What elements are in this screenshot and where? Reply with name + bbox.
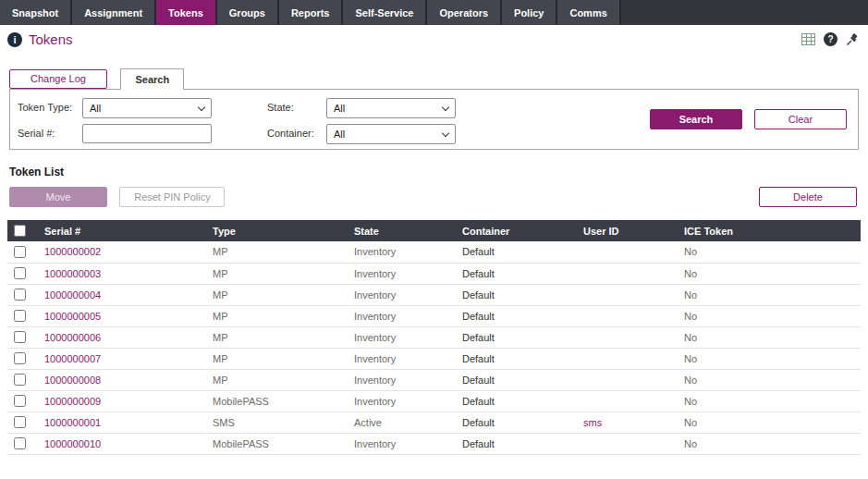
row-checkbox[interactable] bbox=[14, 395, 26, 407]
container-select[interactable]: All bbox=[326, 124, 456, 144]
serial-link[interactable]: 1000000005 bbox=[44, 311, 101, 322]
state-label: State: bbox=[267, 102, 294, 113]
row-checkbox[interactable] bbox=[14, 310, 26, 322]
cell-type: MP bbox=[210, 305, 351, 326]
table-row: 1000000001 SMS Active Default sms No bbox=[7, 411, 861, 433]
token-type-label: Token Type: bbox=[18, 102, 72, 113]
col-serial: Serial # bbox=[42, 220, 210, 241]
token-list-title: Token List bbox=[9, 166, 859, 178]
serial-label: Serial #: bbox=[18, 128, 55, 139]
nav-tab-comms[interactable]: Comms bbox=[557, 0, 620, 25]
serial-link[interactable]: 1000000008 bbox=[44, 375, 101, 386]
container-label: Container: bbox=[267, 128, 314, 139]
token-type-select[interactable]: All bbox=[82, 98, 212, 118]
nav-tab-snapshot[interactable]: Snapshot bbox=[0, 0, 72, 25]
cell-state: Inventory bbox=[351, 390, 459, 411]
cell-ice: No bbox=[681, 369, 861, 390]
table-row: 1000000005 MP Inventory Default No bbox=[7, 305, 861, 326]
nav-tab-assignment[interactable]: Assignment bbox=[72, 0, 156, 25]
nav-tab-tokens[interactable]: Tokens bbox=[156, 0, 217, 25]
tab-search[interactable]: Search bbox=[120, 68, 184, 90]
nav-tab-policy[interactable]: Policy bbox=[502, 0, 557, 25]
search-button[interactable]: Search bbox=[650, 109, 742, 129]
state-select[interactable]: All bbox=[326, 98, 456, 118]
cell-container: Default bbox=[459, 348, 581, 369]
table-row: 1000000003 MP Inventory Default No bbox=[7, 263, 861, 284]
row-checkbox[interactable] bbox=[14, 352, 26, 364]
nav-tab-operators[interactable]: Operators bbox=[427, 0, 502, 25]
cell-container: Default bbox=[459, 369, 581, 390]
cell-type: MobilePASS bbox=[210, 433, 351, 454]
nav-tab-self-service[interactable]: Self-Service bbox=[343, 0, 427, 25]
col-state: State bbox=[351, 220, 459, 241]
cell-ice: No bbox=[681, 348, 861, 369]
delete-button[interactable]: Delete bbox=[759, 187, 857, 207]
table-row: 1000000007 MP Inventory Default No bbox=[7, 348, 861, 369]
serial-link[interactable]: 1000000007 bbox=[44, 353, 101, 364]
cell-container: Default bbox=[459, 433, 581, 454]
cell-state: Inventory bbox=[351, 241, 459, 263]
row-checkbox[interactable] bbox=[14, 331, 26, 343]
cell-state: Inventory bbox=[351, 305, 459, 326]
chevron-down-icon bbox=[442, 129, 449, 136]
cell-type: MP bbox=[210, 348, 351, 369]
table-header-row: Serial # Type State Container User ID IC… bbox=[7, 220, 861, 241]
container-value: All bbox=[334, 129, 345, 140]
clear-button[interactable]: Clear bbox=[754, 109, 847, 129]
grid-view-icon[interactable] bbox=[801, 33, 815, 45]
serial-link[interactable]: 1000000001 bbox=[44, 417, 101, 428]
row-checkbox[interactable] bbox=[14, 289, 26, 301]
row-checkbox[interactable] bbox=[14, 374, 26, 386]
chevron-down-icon bbox=[198, 103, 205, 110]
cell-type: SMS bbox=[210, 411, 351, 433]
cell-ice: No bbox=[681, 284, 861, 305]
page-header: i Tokens ? bbox=[0, 25, 868, 53]
cell-ice: No bbox=[681, 241, 861, 263]
cell-type: MP bbox=[210, 241, 351, 263]
cell-ice: No bbox=[681, 433, 861, 454]
pin-icon[interactable] bbox=[846, 33, 859, 46]
move-button[interactable]: Move bbox=[9, 187, 107, 207]
cell-container: Default bbox=[459, 390, 581, 411]
row-checkbox[interactable] bbox=[14, 246, 26, 258]
serial-link[interactable]: 1000000002 bbox=[44, 246, 101, 257]
row-checkbox[interactable] bbox=[14, 267, 26, 279]
cell-type: MP bbox=[210, 369, 351, 390]
cell-type: MP bbox=[210, 284, 351, 305]
change-log-button[interactable]: Change Log bbox=[9, 69, 107, 89]
cell-container: Default bbox=[459, 241, 581, 263]
col-user-id: User ID bbox=[581, 220, 681, 241]
row-checkbox[interactable] bbox=[14, 416, 26, 428]
cell-ice: No bbox=[681, 263, 861, 284]
reset-pin-policy-button[interactable]: Reset PIN Policy bbox=[119, 187, 225, 207]
cell-container: Default bbox=[459, 263, 581, 284]
token-type-value: All bbox=[90, 103, 101, 114]
cell-state: Inventory bbox=[351, 369, 459, 390]
serial-link[interactable]: 1000000004 bbox=[44, 289, 101, 301]
cell-container: Default bbox=[459, 326, 581, 348]
serial-link[interactable]: 1000000009 bbox=[44, 396, 101, 407]
chevron-down-icon bbox=[442, 103, 449, 110]
table-row: 1000000010 MobilePASS Inventory Default … bbox=[7, 433, 861, 454]
info-icon: i bbox=[7, 32, 22, 47]
serial-link[interactable]: 1000000003 bbox=[44, 268, 101, 279]
user-id-link[interactable]: sms bbox=[583, 417, 602, 428]
serial-link[interactable]: 1000000006 bbox=[44, 332, 101, 343]
serial-input[interactable] bbox=[82, 124, 212, 143]
nav-tab-reports[interactable]: Reports bbox=[279, 0, 344, 25]
cell-type: MP bbox=[210, 263, 351, 284]
top-nav: Snapshot Assignment Tokens Groups Report… bbox=[0, 0, 868, 25]
cell-type: MobilePASS bbox=[210, 390, 351, 411]
cell-state: Inventory bbox=[351, 326, 459, 348]
select-all-checkbox[interactable] bbox=[14, 225, 26, 237]
help-icon[interactable]: ? bbox=[824, 32, 837, 46]
serial-link[interactable]: 1000000010 bbox=[44, 438, 101, 449]
token-list-actions: Move Reset PIN Policy Delete bbox=[9, 187, 859, 209]
cell-ice: No bbox=[681, 326, 861, 348]
cell-ice: No bbox=[681, 390, 861, 411]
col-ice-token: ICE Token bbox=[681, 220, 861, 241]
cell-ice: No bbox=[681, 411, 861, 433]
row-checkbox[interactable] bbox=[14, 437, 26, 449]
nav-tab-groups[interactable]: Groups bbox=[217, 0, 279, 25]
col-container: Container bbox=[459, 220, 581, 241]
